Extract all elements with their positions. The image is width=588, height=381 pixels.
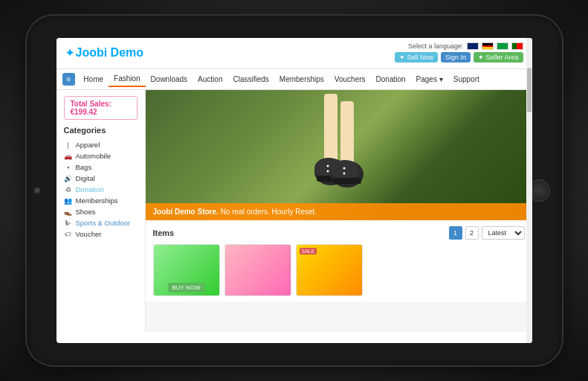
flag-br-icon[interactable] xyxy=(497,42,508,50)
header: ✦ Joobi Demo Select a language: ✦ Sell N… xyxy=(56,38,532,69)
voucher-icon: 🏷 xyxy=(64,231,73,238)
cat-apparel-label: Apparel xyxy=(76,141,100,149)
cat-donation-label: Donation xyxy=(76,185,104,193)
cat-shoes-label: Shoes xyxy=(76,208,96,216)
nav-fashion[interactable]: Fashion xyxy=(109,71,146,87)
btn-row: ✦ Sell Now Sign In ✦ Seller Area xyxy=(395,52,523,63)
main-area: Total Sales: €199.42 Categories | Appare… xyxy=(56,90,532,332)
tablet-frame: ✦ Joobi Demo Select a language: ✦ Sell N… xyxy=(27,16,562,365)
buy-now-button-1[interactable]: BUY NOW xyxy=(167,283,204,292)
nav-vouchers[interactable]: Vouchers xyxy=(329,72,371,86)
cat-shoes[interactable]: 👞 Shoes xyxy=(64,206,138,217)
product-card-2[interactable] xyxy=(224,244,291,296)
cat-digital[interactable]: 🔊 Digital xyxy=(64,173,138,184)
language-label: Select a language: xyxy=(408,42,464,50)
svg-point-10 xyxy=(343,167,345,170)
cat-voucher-label: Voucher xyxy=(76,230,102,238)
hero-text-banner: Joobi Demo Store. No real orders. Hourly… xyxy=(146,203,532,220)
hero-banner-text: No real orders. Hourly Reset. xyxy=(221,208,317,216)
nav-auction[interactable]: Auction xyxy=(193,72,227,86)
scrollbar[interactable] xyxy=(526,38,532,343)
page-2-button[interactable]: 2 xyxy=(465,226,479,240)
language-row: Select a language: xyxy=(408,42,523,50)
cat-apparel[interactable]: | Apparel xyxy=(64,139,138,150)
cat-bags-label: Bags xyxy=(76,163,92,171)
svg-rect-7 xyxy=(333,178,361,184)
sports-icon: ⛷ xyxy=(64,220,73,227)
shoes-illustration xyxy=(302,94,376,205)
cat-sports-label: Sports & Outdoor xyxy=(76,219,130,227)
cat-voucher[interactable]: 🏷 Voucher xyxy=(64,228,138,240)
cat-digital-label: Digital xyxy=(76,174,95,182)
nav: ≡ Home Fashion Downloads Auction Classif… xyxy=(56,69,532,90)
items-section: Items 1 2 Latest Oldest Price ↑ Price ↓ xyxy=(146,220,532,302)
shoes-icon: 👞 xyxy=(64,208,73,216)
cat-memberships-label: Memberships xyxy=(76,196,118,205)
seller-area-button[interactable]: ✦ Seller Area xyxy=(474,52,523,63)
digital-icon: 🔊 xyxy=(64,175,73,182)
svg-point-8 xyxy=(326,165,329,167)
header-top: ✦ Joobi Demo Select a language: ✦ Sell N… xyxy=(65,42,523,63)
hero-banner-area: Joobi Demo Store. No real orders. Hourly… xyxy=(146,90,532,220)
cat-sports[interactable]: ⛷ Sports & Outdoor xyxy=(64,217,138,228)
nav-donation[interactable]: Donation xyxy=(371,72,411,86)
cat-automobile[interactable]: 🚗 Automobile xyxy=(64,150,138,161)
nav-pages[interactable]: Pages ▾ xyxy=(411,72,448,86)
logo: ✦ Joobi Demo xyxy=(65,46,144,60)
items-controls: 1 2 Latest Oldest Price ↑ Price ↓ xyxy=(449,226,525,240)
nav-downloads[interactable]: Downloads xyxy=(146,72,193,86)
sign-in-button[interactable]: Sign In xyxy=(441,52,471,63)
nav-home[interactable]: Home xyxy=(78,72,109,86)
products-row: BUY NOW SALE xyxy=(153,244,525,296)
items-title: Items xyxy=(153,228,175,237)
nav-support[interactable]: Support xyxy=(448,72,485,86)
hero-background xyxy=(146,90,532,220)
automobile-icon: 🚗 xyxy=(64,153,73,160)
flag-pt-icon[interactable] xyxy=(511,42,523,50)
total-sales-value: €199.42 xyxy=(71,108,97,116)
nav-classifieds[interactable]: Classifieds xyxy=(227,72,274,86)
header-right: Select a language: ✦ Sell Now Sign In ✦ … xyxy=(395,42,523,63)
total-sales-box: Total Sales: €199.42 xyxy=(64,96,138,120)
sidebar: Total Sales: €199.42 Categories | Appare… xyxy=(56,90,146,332)
logo-star-icon: ✦ xyxy=(65,47,74,59)
sale-badge: SALE xyxy=(300,248,317,254)
scrollbar-thumb[interactable] xyxy=(527,68,532,112)
screen: ✦ Joobi Demo Select a language: ✦ Sell N… xyxy=(56,38,532,343)
page-1-button[interactable]: 1 xyxy=(449,226,462,240)
hero-banner-bold: Joobi Demo Store. xyxy=(153,208,219,216)
product-card-1[interactable]: BUY NOW xyxy=(153,244,220,296)
hamburger-button[interactable]: ≡ xyxy=(62,73,76,86)
total-sales-label: Total Sales: xyxy=(71,100,112,108)
cat-bags[interactable]: ▪ Bags xyxy=(64,161,138,173)
apparel-icon: | xyxy=(64,141,73,149)
flag-uk-icon[interactable] xyxy=(467,42,479,50)
cat-donation[interactable]: ♻ Donation xyxy=(64,184,138,195)
product-card-3[interactable]: SALE xyxy=(296,244,363,296)
donation-icon: ♻ xyxy=(64,186,73,193)
logo-text: Joobi Demo xyxy=(76,46,144,60)
bags-icon: ▪ xyxy=(64,164,73,171)
svg-point-11 xyxy=(343,173,345,175)
sort-select[interactable]: Latest Oldest Price ↑ Price ↓ xyxy=(482,226,525,240)
cat-automobile-label: Automobile xyxy=(76,152,112,160)
content-area: Joobi Demo Store. No real orders. Hourly… xyxy=(146,90,532,332)
items-header: Items 1 2 Latest Oldest Price ↑ Price ↓ xyxy=(153,226,525,240)
nav-memberships[interactable]: Memberships xyxy=(274,72,329,86)
flag-de-icon[interactable] xyxy=(482,42,494,50)
categories-title: Categories xyxy=(64,126,138,135)
svg-rect-0 xyxy=(324,94,337,168)
cat-memberships[interactable]: 👥 Memberships xyxy=(64,195,138,206)
memberships-icon: 👥 xyxy=(64,197,73,205)
svg-point-6 xyxy=(331,160,359,181)
sell-now-button[interactable]: ✦ Sell Now xyxy=(395,52,438,63)
svg-point-9 xyxy=(326,170,329,173)
